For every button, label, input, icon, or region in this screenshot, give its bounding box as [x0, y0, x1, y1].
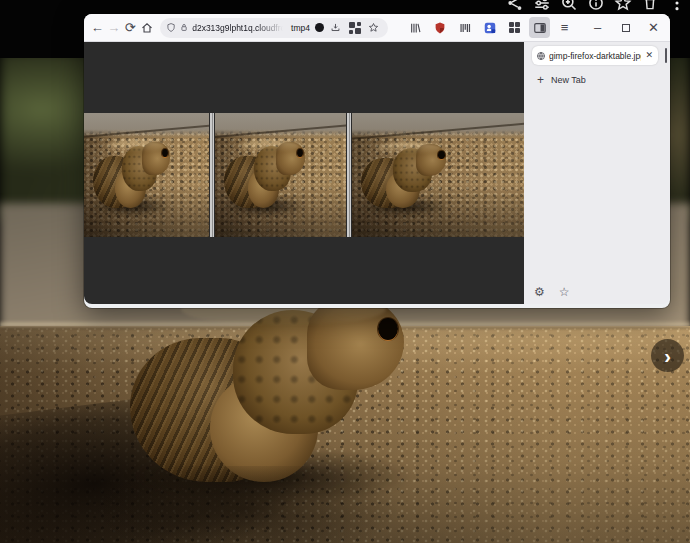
- bookmark-star-icon: [368, 22, 379, 33]
- chevron-right-icon: ›: [664, 345, 671, 367]
- url-path: tmp4: [291, 23, 310, 33]
- sidebar-settings-button[interactable]: ⚙: [534, 286, 545, 298]
- close-tab-button[interactable]: ✕: [644, 51, 654, 60]
- library-icon: [408, 21, 422, 35]
- forward-icon: →: [107, 21, 120, 34]
- plus-icon: +: [537, 74, 544, 86]
- sidebar-icon: [533, 21, 547, 35]
- home-icon: [140, 21, 154, 35]
- library-button[interactable]: [404, 17, 425, 38]
- back-button[interactable]: ←: [90, 17, 105, 38]
- close-window-button[interactable]: ✕: [643, 17, 664, 38]
- maximize-button[interactable]: [615, 17, 636, 38]
- adjust-icon[interactable]: [533, 0, 551, 12]
- tab-label: gimp-firefox-darktable.jpg (JPE: [549, 51, 641, 61]
- back-icon: ←: [91, 21, 104, 34]
- next-image-button[interactable]: ›: [651, 339, 684, 372]
- sidebar-scrollbar[interactable]: [665, 48, 667, 63]
- toad-illustration: [93, 139, 173, 211]
- photo-viewer-toolbar: [506, 0, 686, 12]
- url-bar[interactable]: d2x313g9lpht1q.cloudfront tmp4: [160, 18, 388, 38]
- bookmark-star-button[interactable]: [365, 19, 382, 36]
- browser-toolbar: ← → ⟳ d2x313g9lpht1q.cloudfront tmp4: [84, 14, 670, 42]
- sidebar-toggle-button[interactable]: [529, 17, 550, 38]
- reload-icon: ⟳: [125, 21, 136, 34]
- save-page-icon: [330, 22, 341, 33]
- firefox-window: ← → ⟳ d2x313g9lpht1q.cloudfront tmp4: [84, 14, 670, 308]
- star-icon: ☆: [559, 285, 570, 299]
- tab-gimp-firefox-darktable[interactable]: gimp-firefox-darktable.jpg (JPE ✕: [532, 46, 658, 65]
- container-extension-button[interactable]: [479, 17, 500, 38]
- screen: › ← → ⟳ d2x313g9lpht1q.cloudfront tmp4: [0, 0, 690, 543]
- adblock-shield-icon: [433, 21, 447, 35]
- vertical-tabs-sidebar: gimp-firefox-darktable.jpg (JPE ✕ + New …: [524, 42, 670, 304]
- image-pane-3[interactable]: [352, 113, 524, 237]
- menu-button[interactable]: ≡: [554, 17, 575, 38]
- new-tab-label: New Tab: [551, 75, 586, 85]
- black-dot-indicator: [315, 23, 324, 32]
- minimize-icon: –: [594, 21, 601, 34]
- barcode-extension-icon: [458, 21, 472, 35]
- barcode-extension-button[interactable]: [454, 17, 475, 38]
- close-icon: ✕: [648, 21, 659, 34]
- favorite-icon[interactable]: [614, 0, 632, 12]
- globe-icon: [536, 51, 546, 61]
- new-tab-button[interactable]: + New Tab: [524, 65, 586, 86]
- apps-grid-button[interactable]: [346, 19, 363, 36]
- page-content: [84, 42, 524, 304]
- close-icon: ✕: [645, 50, 653, 60]
- reload-button[interactable]: ⟳: [123, 17, 138, 38]
- sidebar-bookmarks-button[interactable]: ☆: [559, 286, 570, 298]
- extensions-grid-icon: [509, 22, 521, 34]
- maximize-icon: [622, 24, 630, 32]
- forward-button[interactable]: →: [107, 17, 122, 38]
- tracking-shield-icon: [166, 22, 176, 33]
- adblock-extension-button[interactable]: [429, 17, 450, 38]
- gear-icon: ⚙: [534, 285, 545, 299]
- share-icon[interactable]: [506, 0, 524, 12]
- toad-illustration: [224, 139, 308, 211]
- lock-icon: [179, 22, 189, 33]
- delete-icon[interactable]: [641, 0, 659, 12]
- image-pane-2[interactable]: [215, 113, 346, 237]
- save-page-button[interactable]: [327, 19, 344, 36]
- more-options-icon[interactable]: [668, 0, 686, 12]
- info-icon[interactable]: [587, 0, 605, 12]
- home-button[interactable]: [140, 17, 155, 38]
- container-extension-icon: [483, 21, 497, 35]
- toad-ground-shadow: [90, 466, 400, 543]
- minimize-button[interactable]: –: [587, 17, 608, 38]
- zoom-in-icon[interactable]: [560, 0, 578, 12]
- url-host: d2x313g9lpht1q.cloudfront: [192, 23, 284, 33]
- apps-grid-icon: [348, 21, 361, 34]
- image-comparison-row: [84, 113, 524, 237]
- toad-illustration: [130, 290, 415, 490]
- extensions-grid-button[interactable]: [504, 17, 525, 38]
- toad-illustration: [361, 142, 450, 211]
- image-pane-1[interactable]: [84, 113, 209, 237]
- menu-icon: ≡: [561, 21, 569, 34]
